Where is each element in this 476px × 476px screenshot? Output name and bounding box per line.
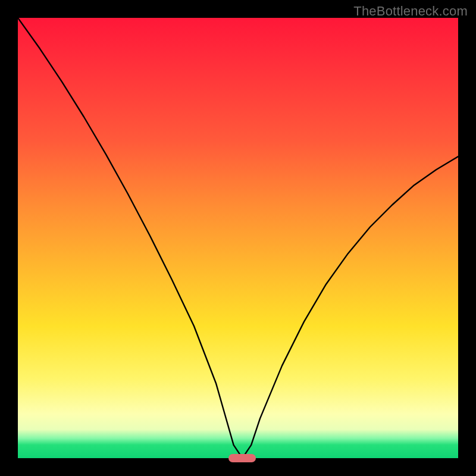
- optimal-marker: [228, 454, 256, 462]
- plot-area: [18, 18, 458, 458]
- bottleneck-curve: [18, 18, 458, 458]
- chart-frame: TheBottleneck.com: [0, 0, 476, 476]
- watermark-text: TheBottleneck.com: [353, 4, 468, 19]
